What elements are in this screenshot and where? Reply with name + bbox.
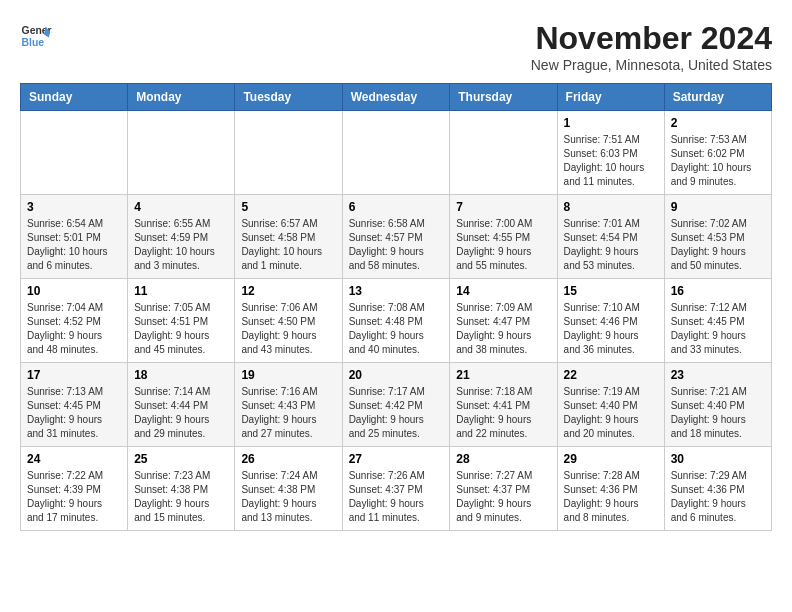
calendar-cell: 17Sunrise: 7:13 AMSunset: 4:45 PMDayligh… <box>21 363 128 447</box>
day-info: Sunrise: 7:28 AMSunset: 4:36 PMDaylight:… <box>564 469 658 525</box>
calendar-cell: 2Sunrise: 7:53 AMSunset: 6:02 PMDaylight… <box>664 111 771 195</box>
day-info: Sunrise: 7:27 AMSunset: 4:37 PMDaylight:… <box>456 469 550 525</box>
calendar-cell: 13Sunrise: 7:08 AMSunset: 4:48 PMDayligh… <box>342 279 450 363</box>
day-info: Sunrise: 7:16 AMSunset: 4:43 PMDaylight:… <box>241 385 335 441</box>
calendar-cell: 21Sunrise: 7:18 AMSunset: 4:41 PMDayligh… <box>450 363 557 447</box>
day-info: Sunrise: 6:57 AMSunset: 4:58 PMDaylight:… <box>241 217 335 273</box>
day-number: 23 <box>671 368 765 382</box>
day-number: 11 <box>134 284 228 298</box>
calendar-cell: 1Sunrise: 7:51 AMSunset: 6:03 PMDaylight… <box>557 111 664 195</box>
day-info: Sunrise: 7:53 AMSunset: 6:02 PMDaylight:… <box>671 133 765 189</box>
calendar-cell: 9Sunrise: 7:02 AMSunset: 4:53 PMDaylight… <box>664 195 771 279</box>
day-number: 3 <box>27 200 121 214</box>
calendar-cell <box>21 111 128 195</box>
calendar-cell: 15Sunrise: 7:10 AMSunset: 4:46 PMDayligh… <box>557 279 664 363</box>
day-info: Sunrise: 7:26 AMSunset: 4:37 PMDaylight:… <box>349 469 444 525</box>
day-info: Sunrise: 7:05 AMSunset: 4:51 PMDaylight:… <box>134 301 228 357</box>
day-info: Sunrise: 7:22 AMSunset: 4:39 PMDaylight:… <box>27 469 121 525</box>
week-row-1: 1Sunrise: 7:51 AMSunset: 6:03 PMDaylight… <box>21 111 772 195</box>
day-number: 8 <box>564 200 658 214</box>
day-number: 12 <box>241 284 335 298</box>
calendar-cell: 6Sunrise: 6:58 AMSunset: 4:57 PMDaylight… <box>342 195 450 279</box>
calendar-cell: 4Sunrise: 6:55 AMSunset: 4:59 PMDaylight… <box>128 195 235 279</box>
calendar-cell: 14Sunrise: 7:09 AMSunset: 4:47 PMDayligh… <box>450 279 557 363</box>
calendar-cell: 8Sunrise: 7:01 AMSunset: 4:54 PMDaylight… <box>557 195 664 279</box>
day-number: 30 <box>671 452 765 466</box>
calendar-cell: 22Sunrise: 7:19 AMSunset: 4:40 PMDayligh… <box>557 363 664 447</box>
weekday-header-monday: Monday <box>128 84 235 111</box>
calendar-header: SundayMondayTuesdayWednesdayThursdayFrid… <box>21 84 772 111</box>
day-info: Sunrise: 7:17 AMSunset: 4:42 PMDaylight:… <box>349 385 444 441</box>
day-info: Sunrise: 7:10 AMSunset: 4:46 PMDaylight:… <box>564 301 658 357</box>
calendar-cell: 25Sunrise: 7:23 AMSunset: 4:38 PMDayligh… <box>128 447 235 531</box>
day-info: Sunrise: 7:12 AMSunset: 4:45 PMDaylight:… <box>671 301 765 357</box>
day-number: 29 <box>564 452 658 466</box>
day-number: 16 <box>671 284 765 298</box>
title-section: November 2024 New Prague, Minnesota, Uni… <box>531 20 772 73</box>
day-number: 22 <box>564 368 658 382</box>
calendar-cell: 12Sunrise: 7:06 AMSunset: 4:50 PMDayligh… <box>235 279 342 363</box>
day-info: Sunrise: 6:58 AMSunset: 4:57 PMDaylight:… <box>349 217 444 273</box>
day-info: Sunrise: 7:08 AMSunset: 4:48 PMDaylight:… <box>349 301 444 357</box>
day-number: 5 <box>241 200 335 214</box>
day-info: Sunrise: 7:18 AMSunset: 4:41 PMDaylight:… <box>456 385 550 441</box>
day-number: 21 <box>456 368 550 382</box>
day-number: 25 <box>134 452 228 466</box>
day-info: Sunrise: 7:06 AMSunset: 4:50 PMDaylight:… <box>241 301 335 357</box>
day-info: Sunrise: 7:14 AMSunset: 4:44 PMDaylight:… <box>134 385 228 441</box>
calendar-cell: 7Sunrise: 7:00 AMSunset: 4:55 PMDaylight… <box>450 195 557 279</box>
day-info: Sunrise: 7:51 AMSunset: 6:03 PMDaylight:… <box>564 133 658 189</box>
calendar-cell: 24Sunrise: 7:22 AMSunset: 4:39 PMDayligh… <box>21 447 128 531</box>
day-info: Sunrise: 6:54 AMSunset: 5:01 PMDaylight:… <box>27 217 121 273</box>
day-number: 28 <box>456 452 550 466</box>
calendar-cell: 3Sunrise: 6:54 AMSunset: 5:01 PMDaylight… <box>21 195 128 279</box>
day-number: 18 <box>134 368 228 382</box>
week-row-4: 17Sunrise: 7:13 AMSunset: 4:45 PMDayligh… <box>21 363 772 447</box>
day-number: 9 <box>671 200 765 214</box>
day-info: Sunrise: 7:00 AMSunset: 4:55 PMDaylight:… <box>456 217 550 273</box>
weekday-header-thursday: Thursday <box>450 84 557 111</box>
day-info: Sunrise: 7:13 AMSunset: 4:45 PMDaylight:… <box>27 385 121 441</box>
svg-text:Blue: Blue <box>22 37 45 48</box>
week-row-5: 24Sunrise: 7:22 AMSunset: 4:39 PMDayligh… <box>21 447 772 531</box>
day-number: 6 <box>349 200 444 214</box>
week-row-2: 3Sunrise: 6:54 AMSunset: 5:01 PMDaylight… <box>21 195 772 279</box>
weekday-row: SundayMondayTuesdayWednesdayThursdayFrid… <box>21 84 772 111</box>
calendar-cell: 28Sunrise: 7:27 AMSunset: 4:37 PMDayligh… <box>450 447 557 531</box>
calendar-cell <box>450 111 557 195</box>
day-number: 10 <box>27 284 121 298</box>
day-number: 26 <box>241 452 335 466</box>
day-info: Sunrise: 7:29 AMSunset: 4:36 PMDaylight:… <box>671 469 765 525</box>
calendar-cell: 19Sunrise: 7:16 AMSunset: 4:43 PMDayligh… <box>235 363 342 447</box>
location: New Prague, Minnesota, United States <box>531 57 772 73</box>
month-title: November 2024 <box>531 20 772 57</box>
day-info: Sunrise: 7:01 AMSunset: 4:54 PMDaylight:… <box>564 217 658 273</box>
day-number: 19 <box>241 368 335 382</box>
calendar-cell: 30Sunrise: 7:29 AMSunset: 4:36 PMDayligh… <box>664 447 771 531</box>
day-info: Sunrise: 7:09 AMSunset: 4:47 PMDaylight:… <box>456 301 550 357</box>
calendar-cell: 18Sunrise: 7:14 AMSunset: 4:44 PMDayligh… <box>128 363 235 447</box>
calendar-cell: 20Sunrise: 7:17 AMSunset: 4:42 PMDayligh… <box>342 363 450 447</box>
calendar-cell <box>235 111 342 195</box>
calendar-cell <box>128 111 235 195</box>
calendar-cell: 16Sunrise: 7:12 AMSunset: 4:45 PMDayligh… <box>664 279 771 363</box>
day-number: 20 <box>349 368 444 382</box>
day-number: 13 <box>349 284 444 298</box>
week-row-3: 10Sunrise: 7:04 AMSunset: 4:52 PMDayligh… <box>21 279 772 363</box>
day-number: 1 <box>564 116 658 130</box>
day-number: 14 <box>456 284 550 298</box>
calendar-cell: 23Sunrise: 7:21 AMSunset: 4:40 PMDayligh… <box>664 363 771 447</box>
day-number: 4 <box>134 200 228 214</box>
day-number: 27 <box>349 452 444 466</box>
day-info: Sunrise: 7:19 AMSunset: 4:40 PMDaylight:… <box>564 385 658 441</box>
day-info: Sunrise: 7:24 AMSunset: 4:38 PMDaylight:… <box>241 469 335 525</box>
calendar-body: 1Sunrise: 7:51 AMSunset: 6:03 PMDaylight… <box>21 111 772 531</box>
calendar-cell: 5Sunrise: 6:57 AMSunset: 4:58 PMDaylight… <box>235 195 342 279</box>
day-number: 2 <box>671 116 765 130</box>
day-info: Sunrise: 6:55 AMSunset: 4:59 PMDaylight:… <box>134 217 228 273</box>
calendar-cell: 26Sunrise: 7:24 AMSunset: 4:38 PMDayligh… <box>235 447 342 531</box>
day-number: 24 <box>27 452 121 466</box>
calendar-cell: 11Sunrise: 7:05 AMSunset: 4:51 PMDayligh… <box>128 279 235 363</box>
day-info: Sunrise: 7:02 AMSunset: 4:53 PMDaylight:… <box>671 217 765 273</box>
weekday-header-sunday: Sunday <box>21 84 128 111</box>
